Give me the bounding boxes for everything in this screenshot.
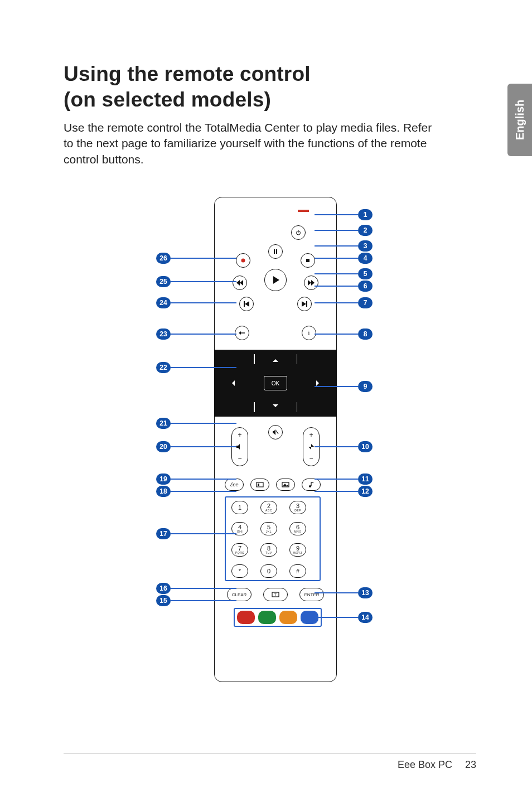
svg-marker-13: [302, 301, 306, 307]
svg-rect-3: [276, 249, 277, 254]
record-icon: [240, 258, 246, 263]
callout-badge-5: 5: [358, 268, 373, 279]
svg-text:T: T: [274, 593, 277, 597]
svg-marker-16: [239, 331, 241, 335]
fast-forward-button: [304, 276, 318, 290]
footer-page-number: 23: [465, 759, 476, 770]
svg-rect-2: [274, 249, 275, 254]
callout-badge-18: 18: [156, 486, 171, 497]
skip-back-icon: [244, 301, 249, 307]
svg-rect-11: [244, 301, 245, 307]
callout-line: [315, 258, 358, 259]
callout-line: [315, 446, 358, 447]
callout-badge-22: 22: [156, 362, 171, 373]
heading-line-1: Using the remote control: [64, 62, 311, 85]
plus-icon: +: [309, 431, 313, 439]
svg-marker-17: [236, 444, 240, 450]
clear-button: CLEAR: [227, 588, 252, 601]
svg-rect-5: [306, 259, 309, 262]
svg-point-4: [241, 259, 245, 263]
callout-badge-13: 13: [358, 587, 373, 598]
callout-badge-8: 8: [358, 328, 373, 340]
keypad-#: #: [289, 564, 306, 578]
rewind-icon: [236, 280, 243, 286]
keypad-6: 6MNO: [289, 522, 306, 535]
callout-line: [171, 302, 236, 303]
teletext-icon: T: [272, 592, 279, 597]
callout-badge-12: 12: [358, 486, 373, 497]
down-arrow-icon: [273, 404, 278, 410]
mute-icon: [272, 429, 279, 436]
svg-marker-25: [283, 484, 288, 486]
callout-line: [315, 592, 358, 593]
keypad-7: 7PQRS: [231, 543, 248, 557]
navigation-pad: OK: [215, 350, 336, 417]
skip-forward-icon: [302, 301, 307, 307]
callout-line: [315, 273, 358, 274]
stop-icon: [305, 258, 311, 263]
minus-icon: −: [309, 455, 313, 462]
film-icon: [256, 482, 264, 487]
svg-marker-8: [273, 276, 279, 284]
callout-line: [315, 491, 358, 492]
callout-line: [315, 617, 358, 618]
page-footer: Eee Box PC 23: [64, 753, 476, 771]
keypad-8: 8TUV: [260, 543, 277, 557]
callout-line: [315, 386, 358, 387]
music-button: [302, 479, 321, 491]
svg-marker-18: [273, 429, 275, 435]
rewind-button: [233, 276, 247, 290]
callout-badge-10: 10: [358, 441, 373, 452]
callout-badge-9: 9: [358, 381, 373, 392]
pause-icon: [273, 249, 278, 254]
back-arrow-icon: [239, 330, 245, 336]
music-note-icon: [308, 481, 315, 488]
previous-button: [239, 297, 254, 311]
channel-icon: [308, 444, 314, 450]
callout-badge-11: 11: [358, 474, 373, 485]
callout-line: [315, 286, 358, 287]
callout-line: [315, 479, 358, 480]
callout-line: [171, 367, 236, 368]
callout-line: [171, 533, 236, 534]
play-button: [264, 269, 287, 291]
svg-rect-14: [306, 301, 307, 307]
info-button: i: [302, 326, 316, 340]
remote-outline: i OK + −: [214, 197, 337, 682]
plus-icon: +: [238, 431, 241, 439]
back-button: [235, 326, 249, 340]
callout-line: [315, 245, 358, 247]
keypad-1: 1: [231, 501, 248, 514]
footer-title: Eee Box PC: [398, 759, 452, 770]
callout-badge-6: 6: [358, 281, 373, 292]
record-button: [236, 253, 250, 268]
pause-button: [268, 244, 283, 259]
orange-button: [279, 611, 297, 624]
callout-badge-2: 2: [358, 225, 373, 236]
teletext-button: T: [263, 588, 288, 601]
eee-button: ℰee: [225, 479, 244, 491]
callout-line: [171, 600, 236, 601]
ok-button: OK: [264, 376, 287, 390]
callout-line: [315, 302, 358, 303]
pictures-button: [276, 479, 295, 491]
remote-diagram: i OK + −: [97, 197, 454, 688]
page-heading: Using the remote control (on selected mo…: [64, 61, 487, 113]
callout-badge-25: 25: [156, 276, 171, 287]
callout-badge-16: 16: [156, 583, 171, 594]
callout-line: [171, 479, 236, 480]
callout-line: [315, 214, 358, 215]
callout-badge-20: 20: [156, 441, 171, 452]
callout-line: [171, 446, 236, 447]
right-arrow-icon: [316, 380, 322, 386]
intro-paragraph: Use the remote control the TotalMedia Ce…: [64, 120, 437, 168]
svg-marker-7: [240, 280, 243, 286]
callout-badge-3: 3: [358, 240, 373, 252]
callout-badge-7: 7: [358, 297, 373, 308]
callout-line: [171, 258, 236, 259]
page: English Using the remote control (on sel…: [0, 0, 532, 802]
mute-button: [268, 425, 283, 439]
callout-badge-15: 15: [156, 595, 171, 606]
callout-badge-24: 24: [156, 297, 171, 308]
svg-marker-6: [236, 280, 240, 286]
